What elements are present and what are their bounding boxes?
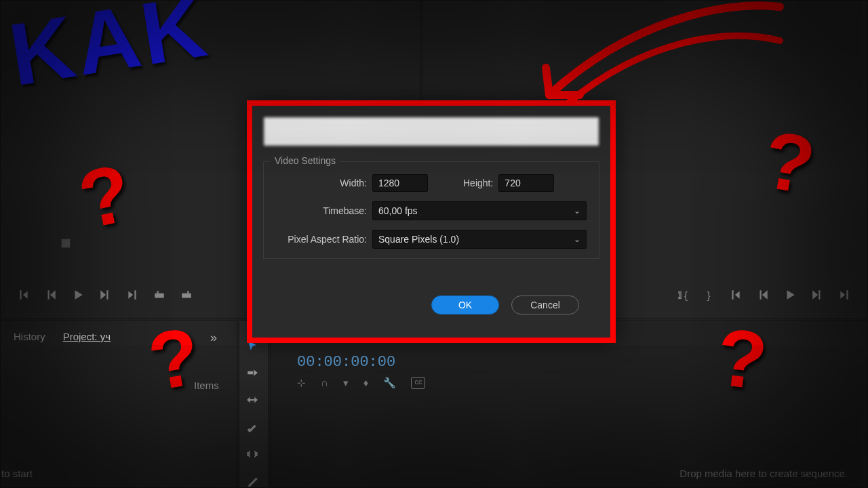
captions-icon[interactable]: cc — [411, 377, 425, 389]
track-select-tool-icon[interactable] — [243, 363, 262, 382]
overwrite-icon[interactable] — [180, 289, 193, 301]
chevron-down-icon: ⌄ — [574, 235, 580, 244]
timeline-drop-hint: Drop media here to create sequence. — [679, 468, 848, 479]
svg-rect-2 — [182, 293, 191, 298]
timebase-label: Timebase: — [276, 205, 367, 216]
new-item-dialog: Video Settings Width: Height: Timebase: … — [247, 100, 616, 343]
par-label: Pixel Aspect Ratio: — [276, 234, 367, 245]
svg-rect-3 — [187, 291, 189, 293]
timebase-value: 60,00 fps — [378, 205, 418, 216]
marker-icon[interactable]: ♦ — [363, 377, 369, 389]
tab-project[interactable]: Project: уч — [63, 331, 111, 342]
tab-history[interactable]: History — [14, 331, 45, 342]
width-label: Width: — [276, 178, 367, 188]
chevron-down-icon: ⌄ — [574, 206, 580, 216]
mark-in-icon[interactable] — [730, 289, 742, 301]
insert-icon[interactable] — [153, 289, 165, 301]
svg-rect-1 — [157, 291, 159, 293]
svg-rect-0 — [155, 293, 164, 298]
annotation-arrow-icon — [509, 0, 793, 129]
mark-out-icon[interactable] — [126, 289, 138, 301]
height-input[interactable] — [498, 174, 554, 192]
par-select[interactable]: Square Pixels (1.0) ⌄ — [372, 230, 587, 249]
video-settings-group: Video Settings Width: Height: Timebase: … — [263, 161, 599, 259]
play-icon[interactable] — [784, 289, 796, 301]
play-icon[interactable] — [72, 289, 84, 301]
timeline-timecode[interactable]: 00:00:00:00 — [297, 354, 395, 371]
panel-menu-icon[interactable]: » — [210, 331, 217, 345]
ok-button[interactable]: OK — [431, 296, 499, 314]
step-back-icon[interactable] — [45, 289, 57, 301]
timebase-select[interactable]: 60,00 fps ⌄ — [372, 201, 587, 220]
settings-wrench-icon[interactable]: 🔧 — [383, 377, 396, 389]
par-value: Square Pixels (1.0) — [378, 234, 459, 245]
slip-tool-icon[interactable] — [243, 445, 262, 464]
svg-point-4 — [248, 428, 251, 432]
bracket-open-icon[interactable]: { — [675, 289, 688, 301]
program-transport-controls: { } — [675, 289, 850, 301]
add-marker-icon[interactable]: ▾ — [343, 377, 349, 389]
cancel-button[interactable]: Cancel — [511, 296, 579, 314]
step-back-icon[interactable] — [757, 289, 769, 301]
timeline-toolbar: ⊹ ∩ ▾ ♦ 🔧 cc — [297, 377, 425, 389]
mark-in-icon[interactable] — [18, 289, 30, 301]
project-panel — [0, 320, 237, 488]
bracket-close-icon[interactable]: } — [703, 289, 715, 301]
ripple-edit-tool-icon[interactable] — [243, 390, 262, 409]
step-forward-icon[interactable] — [811, 289, 823, 301]
project-panel-tabs: History Project: уч — [14, 331, 111, 342]
clip-thumbnail-icon — [61, 239, 71, 248]
step-forward-icon[interactable] — [99, 289, 111, 301]
pen-tool-icon[interactable] — [243, 472, 262, 488]
snap-magnet-icon[interactable]: ⊹ — [297, 377, 306, 389]
timeline-panel — [270, 320, 868, 488]
height-label: Height: — [463, 178, 493, 188]
linked-selection-icon[interactable]: ∩ — [321, 377, 328, 389]
tool-palette — [243, 336, 262, 488]
razor-tool-icon[interactable] — [243, 418, 262, 436]
source-transport-controls — [18, 289, 193, 301]
to-start-label: to start — [1, 468, 33, 479]
width-input[interactable] — [372, 174, 428, 192]
mark-out-icon[interactable] — [838, 289, 850, 301]
video-settings-legend: Video Settings — [271, 155, 340, 166]
